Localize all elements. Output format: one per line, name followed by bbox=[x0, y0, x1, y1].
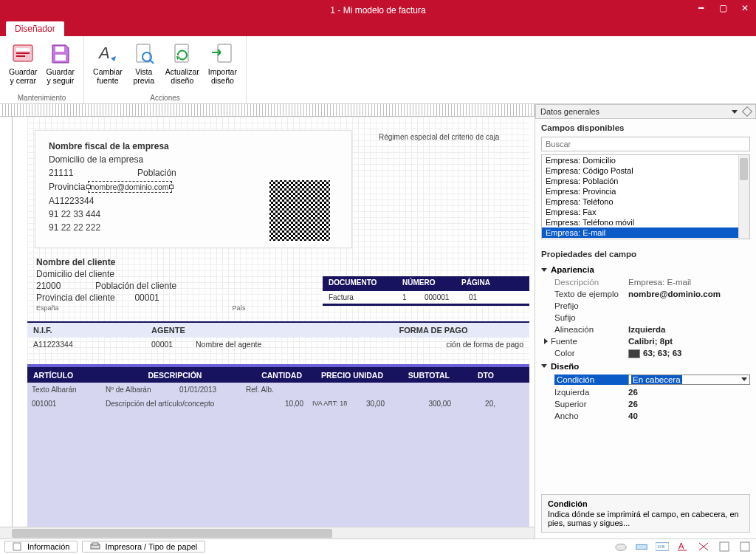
regimen-text[interactable]: Régimen especial del criterio de caja bbox=[379, 133, 499, 141]
prop-condition-row[interactable]: Condición En cabecera bbox=[541, 373, 750, 386]
field-list-scrollbar[interactable] bbox=[738, 155, 749, 239]
doc-d3[interactable]: 01 bbox=[463, 291, 492, 304]
section-design[interactable]: Diseño bbox=[541, 360, 750, 373]
scrollbar-thumb[interactable] bbox=[740, 158, 748, 180]
printer-button[interactable]: Impresora / Tipo de papel bbox=[82, 541, 205, 553]
doc-d1[interactable]: Factura bbox=[323, 291, 396, 304]
r2-desc[interactable]: Descripción del artículo/concepto bbox=[101, 397, 249, 411]
client-country[interactable]: España bbox=[36, 304, 59, 312]
prop-condition-value[interactable]: En cabecera bbox=[628, 375, 750, 385]
r1-c[interactable]: 01/01/2013 bbox=[175, 383, 241, 397]
qr-code[interactable] bbox=[267, 177, 333, 244]
search-input[interactable] bbox=[541, 137, 750, 151]
minimize-button[interactable]: ━ bbox=[690, 0, 712, 16]
client-cp[interactable]: 21000 bbox=[36, 281, 61, 291]
printer-icon bbox=[90, 542, 100, 551]
prop-sample-text[interactable]: nombre@dominio.com bbox=[628, 290, 750, 298]
chevron-down-icon bbox=[541, 364, 547, 368]
printer-status-icon[interactable] bbox=[635, 541, 648, 552]
ribbon-group-label: Acciones bbox=[89, 92, 241, 102]
doc-d2a[interactable]: 1 bbox=[396, 291, 419, 304]
design-canvas[interactable]: Régimen especial del criterio de caja No… bbox=[27, 117, 529, 527]
refresh-design-button[interactable]: Actualizar diseño bbox=[161, 39, 204, 92]
checkbox-icon[interactable] bbox=[718, 541, 731, 552]
company-address[interactable]: Domicilio de la empresa bbox=[49, 154, 338, 165]
client-block[interactable]: Nombre del cliente Domicilio del cliente… bbox=[36, 257, 246, 313]
field-list-item[interactable]: Empresa: Código Postal bbox=[542, 165, 749, 176]
nif-d1[interactable]: A11223344 bbox=[27, 338, 145, 351]
save-close-button[interactable]: Guardar y cerrar bbox=[4, 39, 42, 92]
color-chip-icon bbox=[628, 349, 640, 358]
svg-rect-4 bbox=[55, 47, 64, 52]
doc-header-block[interactable]: DOCUMENTO NÚMERO PÁGINA Factura 1 000001… bbox=[323, 276, 529, 306]
r2-art[interactable]: 001001 bbox=[27, 397, 101, 411]
scrollbar-thumb[interactable] bbox=[12, 529, 332, 538]
field-list-item[interactable]: Empresa: E-mail comercial bbox=[542, 238, 749, 239]
prop-width[interactable]: 40 bbox=[628, 411, 750, 420]
r2-pu[interactable]: 30,00 bbox=[360, 397, 389, 411]
tab-designer[interactable]: Diseñador bbox=[6, 21, 64, 36]
email-field-selected[interactable]: nombre@dominio.com bbox=[88, 181, 172, 193]
underline-icon[interactable]: A bbox=[676, 541, 690, 552]
client-code[interactable]: 00001 bbox=[134, 293, 159, 303]
client-country-lbl[interactable]: País bbox=[233, 304, 246, 312]
maximize-button[interactable]: ▢ bbox=[712, 0, 734, 16]
items-header[interactable]: ARTÍCULO DESCRIPCIÓN CANTIDAD PRECIO UNI… bbox=[27, 364, 529, 383]
company-name[interactable]: Nombre fiscal de la empresa bbox=[49, 141, 338, 151]
ribbon-tab-strip: Diseñador bbox=[0, 21, 756, 36]
field-list-item[interactable]: Empresa: Domicilio bbox=[542, 155, 749, 165]
save-continue-button[interactable]: Guardar y seguir bbox=[42, 39, 80, 92]
doc-d2b[interactable]: 000001 bbox=[419, 291, 463, 304]
section-appearance[interactable]: Apariencia bbox=[541, 263, 750, 276]
cloud-icon[interactable] bbox=[614, 541, 628, 552]
field-list-item[interactable]: Empresa: E-mail bbox=[542, 228, 749, 238]
info-button[interactable]: Información bbox=[4, 541, 78, 553]
prop-align[interactable]: Izquierda bbox=[628, 325, 750, 334]
pin-icon[interactable] bbox=[742, 106, 752, 117]
prop-color[interactable]: 63; 63; 63 bbox=[628, 349, 750, 358]
field-list-item[interactable]: Empresa: Población bbox=[542, 176, 749, 186]
chevron-down-icon[interactable] bbox=[741, 377, 747, 381]
r2-dt[interactable]: 20, bbox=[456, 397, 500, 411]
nif-band[interactable]: N.I.F. AGENTE FORMA DE PAGO A11223344 00… bbox=[27, 321, 529, 351]
client-prov[interactable]: Provincia del cliente bbox=[36, 293, 115, 303]
prop-font[interactable]: Calibri; 8pt bbox=[628, 337, 750, 346]
client-name[interactable]: Nombre del cliente bbox=[36, 257, 246, 267]
change-font-button[interactable]: A Cambiar fuente bbox=[89, 39, 127, 92]
prop-left[interactable]: 26 bbox=[628, 388, 750, 397]
field-list-item[interactable]: Empresa: Teléfono móvil bbox=[542, 217, 749, 228]
field-list-item[interactable]: Empresa: Fax bbox=[542, 207, 749, 217]
r1-a[interactable]: Texto Albarán bbox=[27, 383, 101, 397]
r2-sub[interactable]: 300,00 bbox=[389, 397, 456, 411]
size-badge-icon[interactable]: 1KB bbox=[656, 541, 669, 552]
canvas-scroll[interactable]: Régimen especial del criterio de caja No… bbox=[13, 117, 535, 527]
close-button[interactable]: ✕ bbox=[734, 0, 756, 16]
refresh-icon bbox=[171, 42, 194, 66]
nif-d2b[interactable]: Nombre del agente bbox=[190, 338, 337, 351]
prop-top[interactable]: 26 bbox=[628, 400, 750, 408]
r2-iva[interactable]: IVA ART: 18 bbox=[308, 397, 360, 411]
company-prov[interactable]: Provincia bbox=[49, 182, 85, 192]
side-dropdown[interactable]: Datos generales bbox=[535, 104, 756, 119]
client-addr[interactable]: Domicilio del cliente bbox=[36, 269, 246, 279]
items-body[interactable]: Texto Albarán Nº de Albarán 01/01/2013 R… bbox=[27, 383, 529, 527]
client-city[interactable]: Población del cliente bbox=[95, 281, 176, 291]
r2-cant[interactable]: 10,00 bbox=[249, 397, 308, 411]
r1-b[interactable]: Nº de Albarán bbox=[101, 383, 175, 397]
svg-rect-16 bbox=[636, 544, 647, 549]
company-city[interactable]: Población bbox=[137, 168, 176, 178]
field-list-item[interactable]: Empresa: Provincia bbox=[542, 186, 749, 196]
star-icon[interactable] bbox=[697, 541, 710, 552]
items-h-art: ARTÍCULO bbox=[27, 367, 101, 383]
checkbox-icon[interactable] bbox=[738, 541, 752, 552]
nif-d3[interactable]: ción de forma de pago bbox=[337, 338, 529, 351]
horizontal-scrollbar[interactable] bbox=[0, 527, 535, 538]
nif-d2a[interactable]: 00001 bbox=[145, 338, 190, 351]
import-design-button[interactable]: Importar diseño bbox=[204, 39, 241, 92]
field-list-item[interactable]: Empresa: Teléfono bbox=[542, 196, 749, 207]
company-cp[interactable]: 21111 bbox=[49, 168, 73, 178]
r1-d[interactable]: Ref. Alb. bbox=[241, 383, 286, 397]
field-list[interactable]: Empresa: DomicilioEmpresa: Código Postal… bbox=[541, 154, 750, 239]
preview-button[interactable]: Vista previa bbox=[127, 39, 161, 92]
status-bar: Información Impresora / Tipo de papel 1K… bbox=[0, 538, 756, 554]
